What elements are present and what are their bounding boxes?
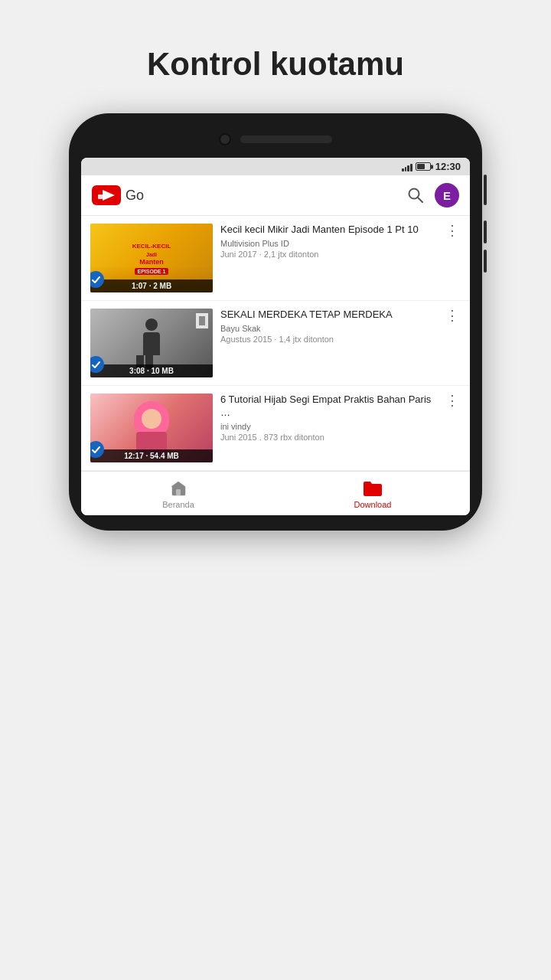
video-info-1: Kecil kecil Mikir Jadi Manten Episode 1 … [220, 224, 436, 259]
video-item-1[interactable]: KECIL-KECIL Jadi Manten EPISODE 1 1:07 ·… [81, 216, 470, 301]
thumbnail-3: 12:17 · 54.4 MB [90, 394, 213, 462]
video-title-1: Kecil kecil Mikir Jadi Manten Episode 1 … [220, 224, 436, 237]
more-options-1[interactable]: ⋮ [444, 224, 461, 237]
phone-screen: 12:30 Go E [81, 158, 470, 515]
video-meta-1: Juni 2017 · 2,1 jtx ditonton [220, 250, 436, 259]
phone-top-bar [81, 129, 470, 150]
nav-item-download[interactable]: Download [276, 479, 470, 509]
battery-icon [416, 162, 431, 171]
video-item-3[interactable]: 12:17 · 54.4 MB 6 Tutorial Hijab Segi Em… [81, 386, 470, 471]
thumbnail-2: 3:08 · 10 MB [90, 309, 213, 377]
volume-up-button [484, 220, 487, 243]
status-icons [402, 162, 431, 172]
youtube-go-logo-icon [92, 185, 121, 205]
more-options-2[interactable]: ⋮ [444, 309, 461, 322]
search-icon[interactable] [407, 187, 424, 204]
svg-rect-5 [176, 489, 181, 495]
more-options-3[interactable]: ⋮ [444, 394, 461, 407]
home-icon [169, 479, 187, 498]
header-right: E [407, 183, 459, 207]
battery-fill [417, 164, 425, 169]
power-button [484, 175, 487, 205]
user-avatar[interactable]: E [435, 183, 459, 207]
nav-item-beranda[interactable]: Beranda [81, 479, 276, 509]
video-meta-2: Agustus 2015 · 1,4 jtx ditonton [220, 335, 436, 344]
phone-frame: 12:30 Go E [69, 113, 482, 531]
video-info-2: SEKALI MERDEKA TETAP MERDEKA Bayu Skak A… [220, 309, 436, 344]
video-item-2[interactable]: 3:08 · 10 MB SEKALI MERDEKA TETAP MERDEK… [81, 301, 470, 386]
signal-icon [402, 162, 412, 172]
duration-badge-2: 3:08 · 10 MB [90, 364, 213, 377]
video-title-2: SEKALI MERDEKA TETAP MERDEKA [220, 309, 436, 322]
speaker-grill [240, 136, 332, 143]
svg-line-4 [418, 198, 423, 203]
page-title: Kontrol kuotamu [147, 46, 404, 83]
volume-down-button [484, 250, 487, 273]
duration-badge-1: 1:07 · 2 MB [90, 279, 213, 292]
video-meta-3: Juni 2015 . 873 rbx ditonton [220, 433, 436, 442]
app-name: Go [126, 188, 144, 204]
video-channel-1: Multivision Plus ID [220, 239, 436, 248]
app-header: Go E [81, 175, 470, 216]
nav-label-download: Download [354, 500, 392, 509]
nav-label-beranda: Beranda [162, 500, 194, 509]
front-camera [219, 133, 231, 145]
app-logo: Go [92, 185, 144, 205]
video-list: KECIL-KECIL Jadi Manten EPISODE 1 1:07 ·… [81, 216, 470, 471]
svg-rect-2 [98, 194, 103, 199]
video-channel-3: ini vindy [220, 422, 436, 431]
status-bar: 12:30 [81, 158, 470, 175]
download-folder-icon [362, 479, 383, 498]
duration-badge-3: 12:17 · 54.4 MB [90, 449, 213, 462]
bottom-nav: Beranda Download [81, 471, 470, 515]
status-time: 12:30 [435, 161, 461, 172]
thumbnail-1: KECIL-KECIL Jadi Manten EPISODE 1 1:07 ·… [90, 224, 213, 292]
video-title-3: 6 Tutorial Hijab Segi Empat Praktis Baha… [220, 394, 436, 420]
video-info-3: 6 Tutorial Hijab Segi Empat Praktis Baha… [220, 394, 436, 442]
video-channel-2: Bayu Skak [220, 324, 436, 333]
